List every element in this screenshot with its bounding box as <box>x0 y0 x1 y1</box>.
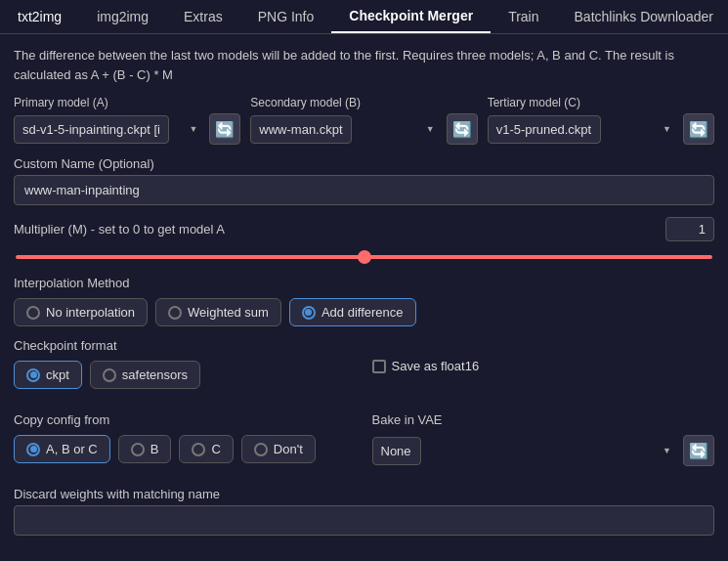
discard-weights-label: Discard weights with matching name <box>14 487 714 501</box>
tertiary-model-select[interactable]: v1-5-pruned.ckpt <box>488 115 601 144</box>
save-float16-checkbox[interactable] <box>372 360 386 373</box>
primary-model-group: Primary model (A) sd-v1-5-inpainting.ckp… <box>14 96 240 145</box>
copy-config-a-b-or-c[interactable]: A, B or C <box>14 435 110 463</box>
tertiary-model-refresh-button[interactable]: 🔄 <box>683 113 714 145</box>
radio-label-a-b-or-c: A, B or C <box>46 442 98 456</box>
bake-vae-row: None 🔄 <box>372 435 715 466</box>
radio-label-c: C <box>211 442 220 456</box>
save-float16-section: Save as float16 <box>372 338 715 401</box>
multiplier-row: Multiplier (M) - set to 0 to get model A <box>14 217 714 241</box>
radio-label-add-difference: Add difference <box>321 305 404 320</box>
copy-config-b[interactable]: B <box>118 435 172 463</box>
tertiary-model-select-wrapper: v1-5-pruned.ckpt <box>488 115 679 144</box>
radio-label-weighted-sum: Weighted sum <box>188 305 269 320</box>
bake-vae-section: Bake in VAE None 🔄 <box>372 412 715 475</box>
refresh-icon-4: 🔄 <box>689 442 708 460</box>
tab-txt2img[interactable]: txt2img <box>0 0 79 33</box>
checkpoint-format-radio-group: ckpt safetensors <box>14 361 357 389</box>
save-float16-label: Save as float16 <box>392 359 480 373</box>
refresh-icon: 🔄 <box>215 120 235 139</box>
bake-vae-select[interactable]: None <box>372 437 421 465</box>
secondary-model-select-row: www-man.ckpt 🔄 <box>250 113 477 145</box>
secondary-model-group: Secondary model (B) www-man.ckpt 🔄 <box>250 96 477 145</box>
secondary-model-select-wrapper: www-man.ckpt <box>250 115 442 144</box>
copy-config-c[interactable]: C <box>179 435 233 463</box>
radio-circle-safetensors <box>103 368 116 382</box>
custom-name-input[interactable] <box>14 175 714 205</box>
radio-label-no-interpolation: No interpolation <box>46 305 135 320</box>
radio-circle-b <box>131 443 145 456</box>
radio-label-ckpt: ckpt <box>46 367 69 382</box>
bake-vae-refresh-button[interactable]: 🔄 <box>683 435 714 466</box>
tertiary-model-label: Tertiary model (C) <box>488 96 714 109</box>
refresh-icon-3: 🔄 <box>689 120 708 139</box>
primary-model-select-row: sd-v1-5-inpainting.ckpt [i 🔄 <box>14 113 240 145</box>
tertiary-model-group: Tertiary model (C) v1-5-pruned.ckpt 🔄 <box>488 96 714 145</box>
radio-circle-a-b-or-c <box>26 443 40 456</box>
copy-config-radio-group: A, B or C B C Don't <box>14 435 357 463</box>
slider-wrapper <box>14 247 714 262</box>
tertiary-model-select-row: v1-5-pruned.ckpt 🔄 <box>488 113 714 145</box>
primary-model-select[interactable]: sd-v1-5-inpainting.ckpt [i <box>14 115 169 144</box>
multiplier-value-input[interactable] <box>665 217 714 241</box>
interpolation-label: Interpolation Method <box>14 276 714 290</box>
tab-img2img[interactable]: img2img <box>79 0 166 33</box>
tab-checkpoint-merger[interactable]: Checkpoint Merger <box>331 0 491 33</box>
copy-config-bake-row: Copy config from A, B or C B C Don't <box>14 412 714 475</box>
radio-circle-weighted-sum <box>168 306 182 320</box>
discard-weights-input[interactable] <box>14 505 714 536</box>
interpolation-add-difference[interactable]: Add difference <box>289 298 416 326</box>
primary-model-refresh-button[interactable]: 🔄 <box>209 113 240 145</box>
save-float16-row[interactable]: Save as float16 <box>372 359 715 373</box>
secondary-model-label: Secondary model (B) <box>250 96 477 109</box>
copy-config-section: Copy config from A, B or C B C Don't <box>14 412 357 475</box>
radio-circle-ckpt <box>26 368 40 382</box>
secondary-model-refresh-button[interactable]: 🔄 <box>447 113 478 145</box>
primary-model-label: Primary model (A) <box>14 96 240 109</box>
description-text: The difference between the last two mode… <box>14 46 714 84</box>
discard-weights-section: Discard weights with matching name <box>14 487 714 549</box>
primary-model-select-wrapper: sd-v1-5-inpainting.ckpt [i <box>14 115 205 144</box>
bake-vae-label: Bake in VAE <box>372 412 715 427</box>
bake-vae-select-wrapper: None <box>372 437 680 465</box>
radio-circle-c <box>192 443 205 456</box>
format-ckpt[interactable]: ckpt <box>14 361 82 389</box>
format-safetensors[interactable]: safetensors <box>90 361 200 389</box>
radio-label-safetensors: safetensors <box>122 367 188 382</box>
multiplier-label: Multiplier (M) - set to 0 to get model A <box>14 222 658 237</box>
radio-circle-add-difference <box>302 306 316 320</box>
refresh-icon-2: 🔄 <box>452 120 472 139</box>
copy-config-dont[interactable]: Don't <box>241 435 316 463</box>
interpolation-weighted-sum[interactable]: Weighted sum <box>155 298 281 326</box>
custom-name-label: Custom Name (Optional) <box>14 156 714 171</box>
tab-batchlinks[interactable]: Batchlinks Downloader <box>557 0 728 33</box>
checkpoint-format-row: Checkpoint format ckpt safetensors Save … <box>14 338 714 401</box>
checkpoint-format-label: Checkpoint format <box>14 338 357 353</box>
nav-tabs: txt2img img2img Extras PNG Info Checkpoi… <box>0 0 728 34</box>
copy-config-label: Copy config from <box>14 412 357 427</box>
main-content: The difference between the last two mode… <box>0 34 728 561</box>
interpolation-radio-group: No interpolation Weighted sum Add differ… <box>14 298 714 326</box>
custom-name-section: Custom Name (Optional) <box>14 156 714 217</box>
radio-label-b: B <box>150 442 159 456</box>
radio-circle-no-interpolation <box>26 306 40 320</box>
tab-train[interactable]: Train <box>491 0 556 33</box>
radio-label-dont: Don't <box>274 442 303 456</box>
secondary-model-select[interactable]: www-man.ckpt <box>250 115 352 144</box>
tab-png-info[interactable]: PNG Info <box>240 0 332 33</box>
model-row: Primary model (A) sd-v1-5-inpainting.ckp… <box>14 96 714 145</box>
tab-extras[interactable]: Extras <box>166 0 240 33</box>
multiplier-slider[interactable] <box>16 255 712 259</box>
interpolation-no-interpolation[interactable]: No interpolation <box>14 298 148 326</box>
radio-circle-dont <box>254 443 268 456</box>
checkpoint-format-section: Checkpoint format ckpt safetensors <box>14 338 357 401</box>
